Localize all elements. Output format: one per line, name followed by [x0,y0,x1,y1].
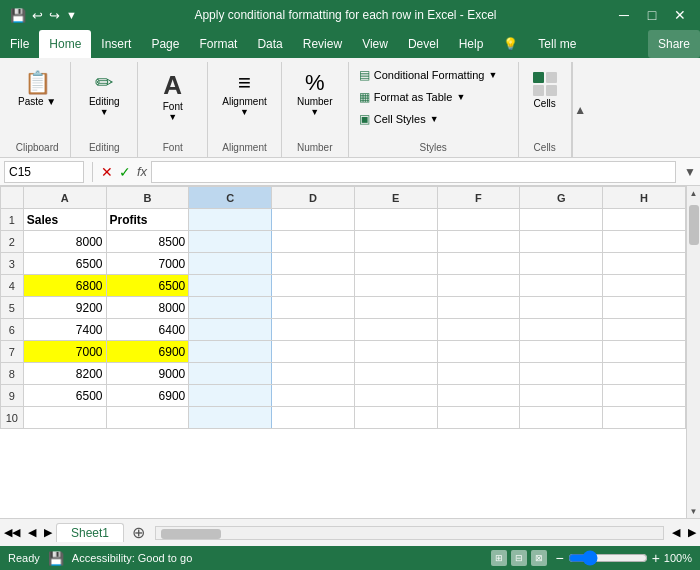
cell-G5[interactable] [520,297,603,319]
cell-F2[interactable] [437,231,520,253]
cell-H3[interactable] [603,253,686,275]
cell-H8[interactable] [603,363,686,385]
cell-C9[interactable] [189,385,272,407]
menu-file[interactable]: File [0,30,39,58]
cell-B6[interactable]: 6400 [106,319,189,341]
menu-share[interactable]: Share [648,30,700,58]
cell-F8[interactable] [437,363,520,385]
cell-E2[interactable] [354,231,437,253]
cell-A5[interactable]: 9200 [23,297,106,319]
cell-A3[interactable]: 6500 [23,253,106,275]
cell-F4[interactable] [437,275,520,297]
row-header-4[interactable]: 4 [1,275,24,297]
cell-H7[interactable] [603,341,686,363]
cell-G9[interactable] [520,385,603,407]
cell-E4[interactable] [354,275,437,297]
cell-D2[interactable] [272,231,355,253]
cell-G4[interactable] [520,275,603,297]
cell-F3[interactable] [437,253,520,275]
col-header-E[interactable]: E [354,187,437,209]
h-scroll-right-btn[interactable]: ◀ [668,526,684,539]
cell-E8[interactable] [354,363,437,385]
cell-H1[interactable] [603,209,686,231]
cell-H4[interactable] [603,275,686,297]
row-header-6[interactable]: 6 [1,319,24,341]
vertical-scrollbar[interactable]: ▲ ▼ [686,186,700,518]
quick-arrow-icon[interactable]: ▼ [66,9,77,21]
add-sheet-button[interactable]: ⊕ [126,523,151,542]
menu-insert[interactable]: Insert [91,30,141,58]
row-header-2[interactable]: 2 [1,231,24,253]
cell-B2[interactable]: 8500 [106,231,189,253]
cell-F7[interactable] [437,341,520,363]
scroll-down-button[interactable]: ▼ [687,504,701,518]
number-button[interactable]: % Number ▼ [290,66,340,121]
formula-cancel-icon[interactable]: ✕ [101,164,113,180]
row-header-8[interactable]: 8 [1,363,24,385]
col-header-H[interactable]: H [603,187,686,209]
cell-H9[interactable] [603,385,686,407]
zoom-out-button[interactable]: − [555,550,563,566]
cell-G2[interactable] [520,231,603,253]
col-header-G[interactable]: G [520,187,603,209]
cell-C8[interactable] [189,363,272,385]
menu-help[interactable]: Help [449,30,494,58]
zoom-in-button[interactable]: + [652,550,660,566]
font-button[interactable]: A Font ▼ [148,66,198,126]
col-header-C[interactable]: C [189,187,272,209]
h-scroll-thumb[interactable] [161,529,221,539]
cell-B3[interactable]: 7000 [106,253,189,275]
col-header-F[interactable]: F [437,187,520,209]
menu-data[interactable]: Data [247,30,292,58]
maximize-button[interactable]: □ [642,7,662,23]
menu-review[interactable]: Review [293,30,352,58]
cell-D7[interactable] [272,341,355,363]
cell-F5[interactable] [437,297,520,319]
format-as-table-button[interactable]: ▦ Format as Table ▼ [353,86,514,108]
cell-H10[interactable] [603,407,686,429]
cell-G1[interactable] [520,209,603,231]
sheet-tab-sheet1[interactable]: Sheet1 [56,523,124,542]
close-button[interactable]: ✕ [670,7,690,23]
page-break-icon[interactable]: ⊠ [531,550,547,566]
cell-A1[interactable]: Sales [23,209,106,231]
minimize-button[interactable]: ─ [614,7,634,23]
cell-C5[interactable] [189,297,272,319]
cell-H6[interactable] [603,319,686,341]
cell-A6[interactable]: 7400 [23,319,106,341]
cell-D8[interactable] [272,363,355,385]
cell-D4[interactable] [272,275,355,297]
formula-input[interactable] [151,161,676,183]
scroll-up-button[interactable]: ▲ [687,186,701,200]
cell-C1[interactable] [189,209,272,231]
cell-E10[interactable] [354,407,437,429]
cell-C2[interactable] [189,231,272,253]
cell-F9[interactable] [437,385,520,407]
editing-button[interactable]: ✏ Editing ▼ [79,66,129,121]
formula-confirm-icon[interactable]: ✓ [119,164,131,180]
cell-A8[interactable]: 8200 [23,363,106,385]
col-header-A[interactable]: A [23,187,106,209]
cell-H2[interactable] [603,231,686,253]
formula-expand-button[interactable]: ▼ [684,165,696,179]
quick-redo-icon[interactable]: ↪ [49,8,60,23]
scroll-track[interactable] [687,200,700,504]
cell-E5[interactable] [354,297,437,319]
scroll-thumb[interactable] [689,205,699,245]
row-header-3[interactable]: 3 [1,253,24,275]
col-header-D[interactable]: D [272,187,355,209]
cell-B1[interactable]: Profits [106,209,189,231]
menu-tellme[interactable]: Tell me [528,30,586,58]
menu-developer[interactable]: Devel [398,30,449,58]
cell-C4[interactable] [189,275,272,297]
zoom-slider[interactable] [568,550,648,566]
cell-B9[interactable]: 6900 [106,385,189,407]
cells-button[interactable]: Cells [527,66,563,113]
ribbon-collapse-button[interactable]: ▲ [572,62,588,157]
cell-B8[interactable]: 9000 [106,363,189,385]
cell-B7[interactable]: 6900 [106,341,189,363]
menu-format[interactable]: Format [189,30,247,58]
conditional-formatting-button[interactable]: ▤ Conditional Formatting ▼ [353,64,514,86]
horizontal-scrollbar[interactable] [155,526,664,540]
row-header-1[interactable]: 1 [1,209,24,231]
